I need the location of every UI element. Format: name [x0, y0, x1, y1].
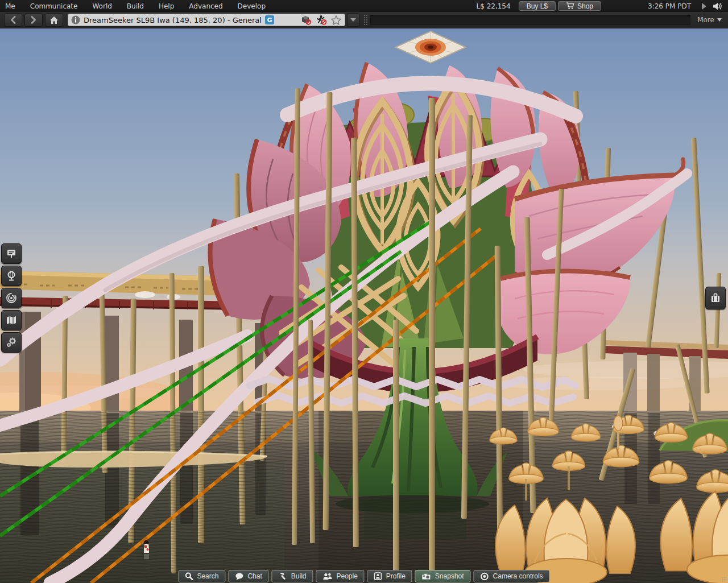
shop-button[interactable]: Shop	[558, 1, 601, 11]
no-build-icon	[300, 15, 312, 25]
second-life-viewer-window: { "menu_bar": { "items": ["Me", "Communi…	[0, 0, 728, 583]
search-button[interactable]: Search	[178, 570, 225, 582]
search-label: Search	[197, 572, 218, 580]
build-tools-button[interactable]	[1, 332, 22, 353]
favorites-bar[interactable]	[370, 15, 690, 25]
world-map-button[interactable]	[1, 310, 22, 330]
build-tools-icon	[6, 337, 17, 348]
minimap-button[interactable]	[1, 288, 22, 308]
media-play-icon[interactable]	[701, 3, 707, 10]
places-globe-icon	[6, 270, 17, 282]
navigation-bar: DreamSeeker SL9B Iwa (149, 185, 20) - Ge…	[0, 12, 728, 28]
build-button[interactable]: Build	[272, 570, 313, 582]
cart-icon	[566, 2, 574, 10]
volume-icon[interactable]	[713, 2, 722, 10]
build-label: Build	[291, 572, 307, 580]
people-icon	[322, 573, 332, 580]
minimap-icon	[6, 292, 17, 304]
home-icon	[49, 16, 59, 24]
shop-label: Shop	[577, 2, 593, 10]
linden-balance[interactable]: L$ 22,154	[477, 2, 511, 10]
chat-label: Chat	[247, 572, 262, 580]
home-button[interactable]	[45, 13, 63, 27]
more-menu[interactable]: More	[697, 16, 724, 24]
forward-button[interactable]	[24, 13, 43, 27]
menu-world[interactable]: World	[85, 0, 119, 12]
menu-build[interactable]: Build	[119, 0, 151, 12]
left-toolbar	[1, 243, 22, 353]
camera-controls-label: Camera controls	[493, 572, 543, 580]
resize-grip[interactable]	[722, 577, 727, 582]
location-text: DreamSeeker SL9B Iwa (149, 185, 20) - Ge…	[84, 16, 262, 24]
build-icon	[279, 572, 287, 580]
people-label: People	[336, 572, 357, 580]
info-icon[interactable]	[71, 15, 80, 24]
menu-advanced[interactable]: Advanced	[181, 0, 230, 12]
right-toolbar	[705, 287, 726, 309]
buy-currency-label: Buy L$	[527, 2, 548, 10]
maturity-rating-badge: G	[265, 15, 274, 24]
no-pushing-icon	[315, 15, 327, 25]
back-button[interactable]	[4, 13, 22, 27]
chat-button[interactable]: Chat	[228, 570, 268, 582]
clock: 3:26 PM PDT	[648, 2, 691, 10]
menu-develop[interactable]: Develop	[230, 0, 273, 12]
status-bar-right: L$ 22,154 Buy L$ Shop 3:26 PM PDT	[477, 1, 728, 11]
more-label: More	[697, 16, 714, 24]
camera-controls-button[interactable]: Camera controls	[474, 570, 550, 582]
profile-button[interactable]: Profile	[367, 570, 412, 582]
bottom-toolbar: Search Chat Build People Profile	[178, 570, 549, 582]
world-viewport[interactable]	[0, 28, 728, 583]
menu-communicate[interactable]: Communicate	[23, 0, 85, 12]
chevron-left-icon	[10, 16, 16, 24]
chevron-right-icon	[31, 16, 36, 24]
favorite-star-icon[interactable]	[330, 15, 342, 26]
location-history-dropdown[interactable]	[347, 13, 359, 27]
menu-bar: Me Communicate World Build Help Advanced…	[0, 0, 728, 12]
conversations-icon	[6, 248, 17, 259]
chevron-down-icon	[350, 18, 356, 22]
menu-me[interactable]: Me	[0, 0, 23, 12]
avatar	[144, 540, 149, 559]
snapshot-icon	[422, 573, 431, 580]
profile-label: Profile	[386, 572, 406, 580]
snapshot-button[interactable]: Snapshot	[415, 570, 471, 582]
conversations-button[interactable]	[1, 243, 22, 264]
location-input[interactable]: DreamSeeker SL9B Iwa (149, 185, 20) - Ge…	[68, 14, 345, 26]
menu-help[interactable]: Help	[151, 0, 181, 12]
people-button[interactable]: People	[316, 570, 364, 582]
profile-icon	[374, 572, 382, 580]
more-arrow-icon	[717, 18, 722, 22]
chat-icon	[235, 573, 243, 580]
world-map-icon	[6, 315, 17, 326]
inventory-button[interactable]	[705, 287, 726, 309]
search-icon	[185, 572, 193, 580]
places-button[interactable]	[1, 266, 22, 286]
inventory-icon	[710, 292, 721, 304]
snapshot-label: Snapshot	[435, 572, 464, 580]
buy-currency-button[interactable]: Buy L$	[519, 1, 556, 11]
camera-controls-icon	[481, 572, 489, 581]
favorites-drag-handle[interactable]	[363, 14, 367, 26]
